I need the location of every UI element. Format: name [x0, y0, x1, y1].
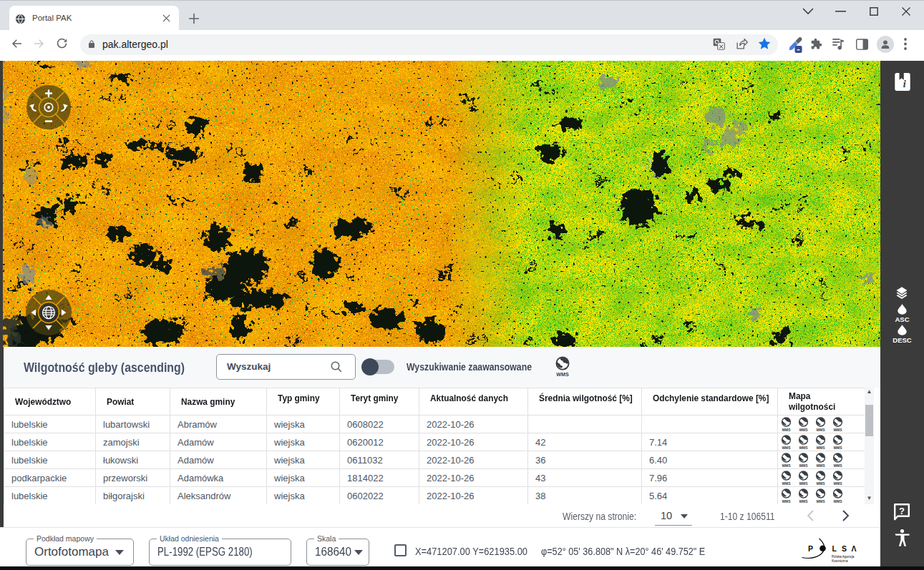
svg-text:Kosmiczna: Kosmiczna: [832, 559, 848, 563]
svg-text:S: S: [842, 544, 847, 553]
svg-text:i: i: [903, 78, 906, 89]
svg-text:P: P: [808, 544, 813, 553]
svg-text:?: ?: [899, 506, 905, 516]
svg-text:Polska Agencja: Polska Agencja: [832, 555, 855, 559]
svg-text:L: L: [832, 544, 837, 553]
svg-text:Λ: Λ: [852, 544, 857, 553]
